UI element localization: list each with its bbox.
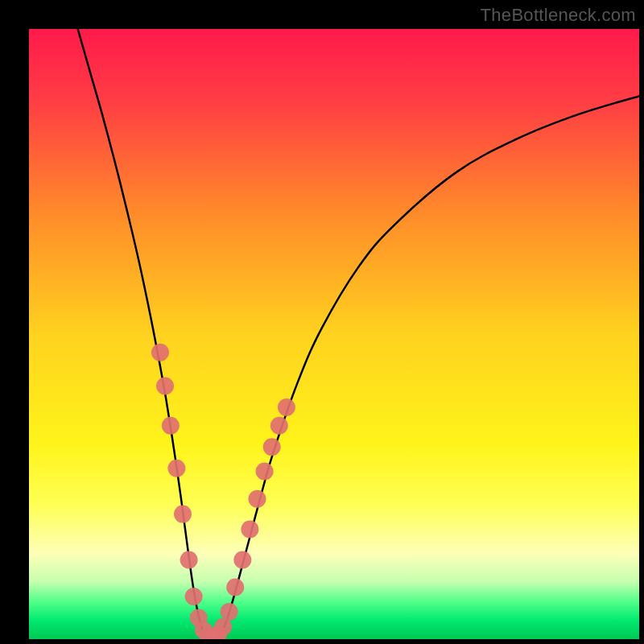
highlight-dots-right-point bbox=[226, 579, 244, 597]
highlight-dots-right-point bbox=[233, 551, 251, 568]
highlight-dots-left-point bbox=[180, 551, 198, 568]
highlight-dots-right-point bbox=[214, 618, 232, 636]
highlight-dots-left-point bbox=[151, 344, 169, 361]
plot-area bbox=[29, 29, 639, 639]
highlight-dots-left-point bbox=[174, 506, 192, 523]
watermark-text: TheBottleneck.com bbox=[481, 5, 636, 26]
highlight-dots-right-point bbox=[263, 438, 281, 456]
highlight-dots-left-point bbox=[167, 460, 185, 477]
highlight-dots-left-point bbox=[185, 588, 203, 605]
highlight-dots-left-point bbox=[162, 417, 180, 435]
bottleneck-curve bbox=[78, 29, 639, 639]
highlight-dots-right-point bbox=[241, 521, 258, 539]
highlight-dots-right-point bbox=[278, 398, 295, 416]
chart-frame: TheBottleneck.com bbox=[0, 0, 644, 644]
highlight-dots-left-point bbox=[156, 377, 174, 394]
curve-layer bbox=[29, 29, 639, 639]
highlight-dots-right-point bbox=[221, 603, 238, 621]
highlight-dots-right-point bbox=[270, 417, 288, 435]
highlight-dots-right-point bbox=[248, 490, 266, 508]
highlight-dots-right-point bbox=[256, 463, 274, 481]
